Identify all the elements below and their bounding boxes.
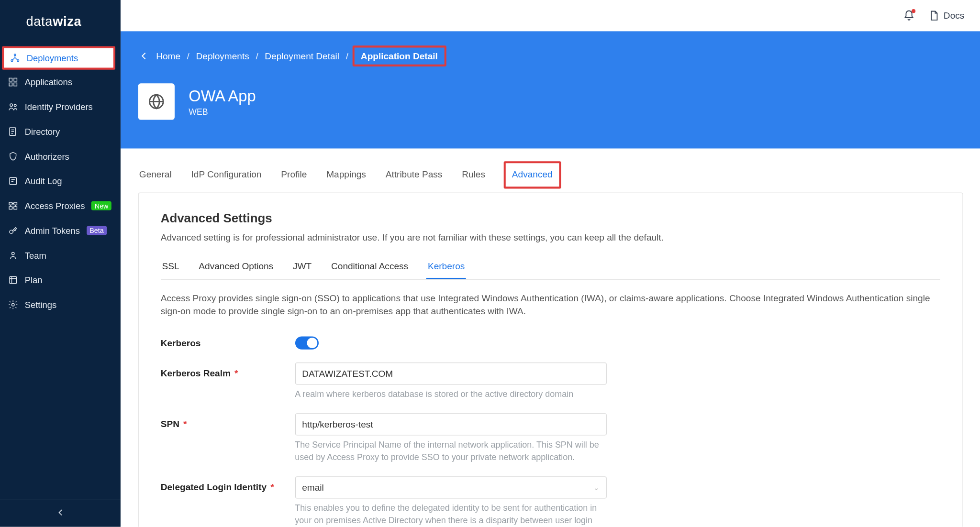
required-marker: * <box>232 368 238 378</box>
sidebar-footer <box>0 500 121 527</box>
breadcrumb-sep: / <box>256 51 258 61</box>
sidebar-item-label: Audit Log <box>25 176 62 186</box>
sidebar-collapse-button[interactable] <box>56 509 65 519</box>
breadcrumb-deployment-detail[interactable]: Deployment Detail <box>265 51 339 61</box>
sidebar-item-label: Deployments <box>27 53 78 63</box>
sidebar: datawiza Deployments Applications Identi… <box>0 0 121 527</box>
sidebar-item-audit-log[interactable]: Audit Log <box>0 169 121 194</box>
kerberos-realm-input[interactable] <box>295 362 606 384</box>
svg-rect-5 <box>9 83 12 86</box>
globe-icon <box>147 92 165 110</box>
admin-tokens-icon <box>8 225 18 236</box>
card-description: Advanced setting is for professional adm… <box>161 232 940 243</box>
topbar: Docs <box>121 0 980 31</box>
subtab-advanced-options[interactable]: Advanced Options <box>198 254 275 279</box>
tab-rules[interactable]: Rules <box>460 162 486 189</box>
settings-icon <box>8 299 18 310</box>
toggle-knob <box>307 338 317 348</box>
select-value: email <box>302 483 324 493</box>
delegated-login-identity-select[interactable]: email ⌄ <box>295 477 606 499</box>
directory-icon <box>8 126 18 137</box>
app-title: OWA App <box>189 87 256 105</box>
sidebar-item-label: Team <box>25 251 46 260</box>
sidebar-item-admin-tokens[interactable]: Admin Tokens Beta <box>0 218 121 243</box>
tab-idp-configuration[interactable]: IdP Configuration <box>190 162 263 189</box>
svg-rect-14 <box>14 207 17 209</box>
sidebar-item-plan[interactable]: Plan <box>0 268 121 293</box>
sidebar-item-identity-providers[interactable]: Identity Providers <box>0 94 121 119</box>
kerberos-section-desc: Access Proxy provides single sign-on (SS… <box>161 292 940 318</box>
subtab-ssl[interactable]: SSL <box>161 254 180 279</box>
notifications-button[interactable] <box>903 10 915 22</box>
docs-icon <box>928 10 940 22</box>
subtab-jwt[interactable]: JWT <box>291 254 313 279</box>
identity-providers-icon <box>8 101 18 112</box>
team-icon <box>8 250 18 261</box>
sidebar-item-authorizers[interactable]: Authorizers <box>0 144 121 169</box>
subtab-conditional-access[interactable]: Conditional Access <box>330 254 410 279</box>
authorizers-icon <box>8 151 18 162</box>
chevron-down-icon: ⌄ <box>593 483 599 492</box>
applications-icon <box>8 77 18 88</box>
hero-title: OWA App WEB <box>189 87 256 116</box>
docs-label: Docs <box>944 11 964 21</box>
kerberos-realm-help: A realm where kerberos database is store… <box>295 388 606 400</box>
svg-point-0 <box>14 54 16 56</box>
chevron-left-icon <box>138 51 149 61</box>
sidebar-item-label: Settings <box>25 300 56 309</box>
sidebar-item-deployments[interactable]: Deployments <box>2 46 115 70</box>
spn-input[interactable] <box>295 414 606 436</box>
sidebar-item-team[interactable]: Team <box>0 243 121 268</box>
breadcrumb-sep: / <box>346 51 348 61</box>
tab-attribute-pass[interactable]: Attribute Pass <box>384 162 444 189</box>
sidebar-item-label: Access Proxies <box>25 201 85 210</box>
badge-new: New <box>91 201 111 210</box>
audit-log-icon <box>8 176 18 187</box>
app-subtitle: WEB <box>189 107 256 116</box>
advanced-settings-card: Advanced Settings Advanced setting is fo… <box>138 193 963 527</box>
sidebar-item-settings[interactable]: Settings <box>0 292 121 317</box>
kerberos-toggle[interactable] <box>295 336 318 349</box>
tab-general[interactable]: General <box>138 162 173 189</box>
breadcrumb-sep: / <box>187 51 189 61</box>
required-marker: * <box>181 419 187 429</box>
sidebar-item-label: Directory <box>25 127 60 136</box>
svg-rect-4 <box>14 78 17 81</box>
svg-rect-10 <box>10 177 17 185</box>
spn-label: SPN * <box>161 414 295 429</box>
svg-point-18 <box>12 304 14 306</box>
svg-point-7 <box>10 104 12 106</box>
detail-tabs: General IdP Configuration Profile Mappin… <box>138 162 963 189</box>
brand-part2: wiza <box>53 14 81 29</box>
docs-link[interactable]: Docs <box>928 10 964 22</box>
sidebar-item-label: Plan <box>25 275 43 285</box>
breadcrumb: Home / Deployments / Deployment Detail /… <box>138 45 963 66</box>
brand-part1: data <box>26 14 53 29</box>
tab-profile[interactable]: Profile <box>280 162 308 189</box>
required-marker: * <box>268 482 274 493</box>
subtab-kerberos[interactable]: Kerberos <box>426 254 466 279</box>
sidebar-item-access-proxies[interactable]: Access Proxies New <box>0 193 121 218</box>
breadcrumb-back-button[interactable] <box>138 50 150 62</box>
sidebar-item-applications[interactable]: Applications <box>0 70 121 95</box>
tab-advanced[interactable]: Advanced <box>503 162 561 189</box>
delegated-login-identity-label: Delegated Login Identity * <box>161 477 295 493</box>
content-scroll[interactable]: General IdP Configuration Profile Mappin… <box>121 148 980 527</box>
plan-icon <box>8 275 18 285</box>
tab-mappings[interactable]: Mappings <box>325 162 367 189</box>
breadcrumb-deployments[interactable]: Deployments <box>196 51 249 61</box>
svg-point-16 <box>12 252 14 254</box>
svg-rect-11 <box>9 202 12 205</box>
breadcrumb-current: Application Detail <box>352 45 446 66</box>
sidebar-item-label: Admin Tokens <box>25 226 80 235</box>
svg-rect-3 <box>9 78 12 81</box>
spn-help: The Service Principal Name of the intern… <box>295 439 606 463</box>
hero-banner: Home / Deployments / Deployment Detail /… <box>121 31 980 148</box>
sidebar-item-directory[interactable]: Directory <box>0 119 121 144</box>
sidebar-item-label: Authorizers <box>25 152 69 161</box>
kerberos-toggle-label: Kerberos <box>161 332 295 348</box>
svg-point-8 <box>14 104 17 107</box>
breadcrumb-home[interactable]: Home <box>156 51 180 61</box>
sidebar-nav: Deployments Applications Identity Provid… <box>0 44 121 500</box>
brand-logo: datawiza <box>0 0 121 44</box>
